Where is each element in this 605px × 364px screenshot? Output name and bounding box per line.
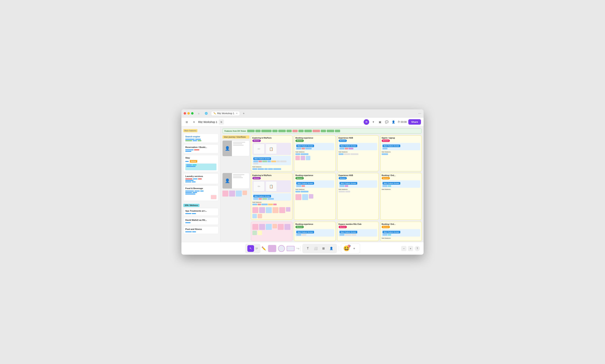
sketch-tools: ✏️ ↪ (261, 245, 299, 252)
chat-icon[interactable]: 💬 (384, 119, 389, 125)
journey-label: User journey / Userflows (222, 135, 249, 139)
sidebar-item-pool[interactable]: Pool and fitness (183, 226, 219, 234)
chip (351, 234, 356, 236)
flow-block-hub-2[interactable]: Experience HUB Moment Main Feature Scree… (337, 173, 379, 220)
bar (185, 194, 195, 195)
sidebar-item-spa[interactable]: Spa Treatments at t... (183, 208, 219, 216)
globe-icon[interactable]: 🌐 (204, 111, 209, 116)
maximize-button[interactable] (191, 112, 193, 115)
sidebar-item-stay[interactable]: Stay Extras (183, 155, 219, 172)
profile-icon[interactable]: 👤 (391, 119, 396, 125)
mf-r2-2: Main Feature Screen (296, 180, 334, 188)
chips-r3-3 (383, 234, 419, 236)
mf-r2-4: Main Feature Screen (382, 180, 420, 188)
flow-block-stickies-3[interactable] (251, 222, 292, 241)
app-window: ⌂ 🌐 ✏️ Ritz Workshop 1 ✕ + ··· ⊞ ▾ Ritz … (181, 109, 424, 255)
chip (327, 130, 334, 132)
person-tool[interactable]: 👤 (328, 245, 335, 252)
tab-pen-icon: ✏️ (213, 112, 216, 115)
layout-icon[interactable]: ▣ (377, 119, 383, 125)
chip (253, 198, 258, 200)
moment-pill-r3-3: Moment (382, 226, 390, 228)
flow-block-signin-1[interactable]: Signin / signup Moment Main Feature Scre… (380, 135, 422, 171)
rect-tool[interactable] (287, 246, 295, 251)
titlebar: ⌂ 🌐 ✏️ Ritz Workshop 1 ✕ + ··· (181, 109, 424, 117)
zoom-out-button[interactable]: − (401, 246, 406, 251)
flow-block-r2-title-2: Booking experience (296, 174, 334, 176)
flow-block-booking-2[interactable]: Booking experience Moment Main Feature S… (294, 173, 335, 220)
bar (185, 161, 189, 162)
flow-block-title-4: Signin / signup (382, 137, 420, 139)
close-button[interactable] (184, 112, 186, 115)
chip (280, 161, 286, 162)
bar (198, 140, 201, 141)
flow-block-booking-1[interactable]: Booking experience Moment Main Feature S… (294, 135, 335, 171)
copy-button[interactable]: ⧉ (219, 119, 224, 125)
chip (247, 130, 255, 132)
stay-detail (185, 164, 217, 170)
flow-block-ord-2[interactable]: Booking / Ord... Moment Main Feature Scr… (380, 173, 422, 220)
circle-tool[interactable] (278, 245, 285, 252)
sketch-box-1: ✏ 📋 (252, 143, 291, 155)
bar (198, 179, 202, 179)
active-tab[interactable]: ✏️ Ritz Workshop 1 ✕ (211, 111, 240, 116)
sticky (302, 194, 308, 200)
chip (382, 153, 388, 155)
chip (388, 234, 391, 236)
sidebar-item-david[interactable]: David Mallett au Rit... (183, 217, 219, 225)
sidebar-item-reservation[interactable]: Reservation / Booki... (183, 144, 219, 154)
sidebar-item-food[interactable]: Food & Beverage (183, 185, 219, 201)
david-title: David Mallett au Rit... (185, 219, 217, 221)
sub-chips-r2-1 (252, 204, 291, 205)
zoom-controls: − + ? (401, 246, 420, 251)
pen-tool[interactable]: ✏️ (261, 246, 266, 251)
new-tab-button[interactable]: + (241, 111, 246, 116)
flow-block-booking-3[interactable]: Booking experience Moment Main Feature S… (294, 222, 335, 241)
chip (252, 168, 257, 170)
dropdown-arrow[interactable]: ▾ (191, 119, 197, 125)
cursor-tool[interactable]: ↖ (247, 245, 254, 252)
frame-tool[interactable]: ⬜ (312, 245, 319, 252)
table-tool[interactable]: ⊞ (320, 245, 327, 252)
home-icon[interactable]: ⌂ (196, 111, 201, 116)
sidebar-item-search[interactable]: Search engine (183, 134, 219, 143)
more-options-button[interactable]: ··· (418, 112, 421, 115)
chip (258, 161, 262, 162)
flow-block-exploring-2[interactable]: Exploring le RitzParis Moment ✏ 📋 Main F… (251, 173, 292, 220)
sidebar-item-laundry[interactable]: Laundry services (183, 173, 219, 184)
bar (185, 222, 191, 223)
avatar[interactable]: H (364, 119, 369, 125)
shape-tool[interactable] (268, 245, 276, 252)
add-tool[interactable]: + (351, 245, 358, 252)
sticky (296, 156, 300, 160)
moment-pill-3: Moment (339, 140, 347, 142)
share-button[interactable]: Share (408, 119, 421, 125)
chip (253, 163, 258, 164)
chip (296, 185, 301, 187)
sticky-r3 (252, 223, 291, 235)
mf-label-1: Main Feature Screen (253, 157, 271, 160)
cursor-icon: ↖ (249, 247, 252, 250)
chips-3 (340, 148, 376, 149)
minimize-button[interactable] (187, 112, 190, 115)
sketch-img: ✏ (253, 144, 265, 154)
tab-close-icon[interactable]: ✕ (236, 112, 237, 114)
help-button[interactable]: ? (415, 246, 420, 251)
component-icon[interactable]: ⊞ (184, 119, 190, 125)
text-tool[interactable]: T (305, 245, 311, 252)
arrow-tool[interactable]: ↪ (296, 246, 299, 251)
moment-pill-4: Moment (382, 140, 390, 142)
spa-section: SPA / Wellness Spa Treatments at t... Da… (183, 203, 219, 234)
zoom-in-button[interactable]: + (408, 246, 413, 251)
flow-block-exploring-1[interactable]: Exploring le RitzParis Moment ✏ 📋 Main F… (251, 135, 292, 171)
chips-1 (253, 161, 290, 164)
chip (383, 185, 387, 187)
canvas[interactable]: Features from DX Vision (220, 127, 424, 242)
flow-block-ord-3[interactable]: Booking / Ord... Moment Main Feature Scr… (380, 222, 422, 241)
flow-block-membre-3[interactable]: Espace membre Ritz Club Moment Main Feat… (337, 222, 379, 241)
chips-r2-3 (340, 185, 376, 187)
sticky (266, 224, 272, 230)
journey-col: User journey / Userflows 👤 (222, 135, 249, 171)
ai-icon[interactable]: ✦ (371, 119, 376, 125)
flow-block-hub-1[interactable]: Experience HUB Moment Main Feature Scree… (337, 135, 379, 171)
